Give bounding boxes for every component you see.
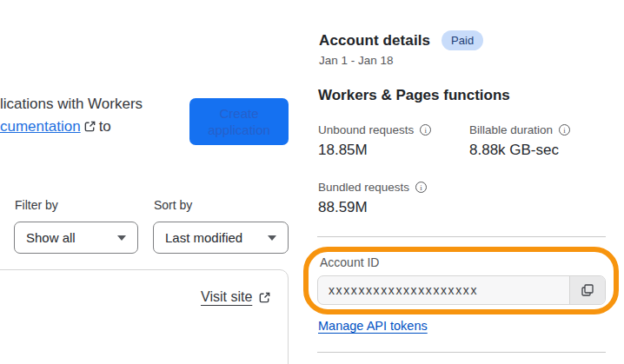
metric-value: 18.85M: [318, 142, 431, 159]
divider: [317, 352, 606, 353]
functions-section-title: Workers & Pages functions: [318, 87, 510, 104]
copy-icon: [581, 283, 594, 297]
external-link-icon: [83, 117, 96, 140]
account-details-title: Account details: [319, 32, 430, 50]
info-icon[interactable]: i: [415, 182, 427, 193]
workers-dashboard-screen: lications with Workers cumentationto Cre…: [0, 0, 624, 364]
manage-api-tokens-link[interactable]: Manage API tokens: [318, 319, 428, 333]
intro-after-link: to: [99, 118, 111, 135]
filter-select[interactable]: Show all: [14, 222, 138, 254]
intro-line1: lications with Workers: [0, 96, 143, 112]
chevron-down-icon: [268, 235, 276, 241]
divider: [317, 236, 606, 237]
account-id-input[interactable]: [318, 276, 569, 304]
visit-site-link[interactable]: Visit site: [201, 289, 271, 305]
copy-button[interactable]: [569, 276, 605, 304]
project-card: Visit site: [0, 269, 289, 364]
metric-value: 8.88k GB-sec: [469, 142, 570, 159]
create-application-button[interactable]: Create application: [189, 98, 289, 145]
paid-plan-badge: Paid: [441, 30, 483, 50]
info-icon[interactable]: i: [559, 124, 570, 136]
intro-text: lications with Workers cumentationto: [0, 93, 187, 140]
info-icon[interactable]: i: [420, 124, 431, 136]
sort-select-value: Last modified: [165, 230, 242, 245]
metric-unbound-requests: Unbound requestsi 18.85M: [318, 123, 431, 159]
filter-by-label: Filter by: [15, 198, 58, 212]
metric-bundled-requests: Bundled requestsi 88.59M: [318, 181, 427, 216]
visit-site-label: Visit site: [201, 289, 252, 305]
account-id-field-group: [317, 275, 606, 305]
external-link-icon: [258, 291, 271, 304]
account-id-label: Account ID: [320, 255, 379, 269]
sort-by-label: Sort by: [154, 198, 192, 212]
chevron-down-icon: [117, 235, 126, 241]
sort-select[interactable]: Last modified: [153, 222, 289, 254]
filter-select-value: Show all: [26, 230, 76, 245]
date-range: Jan 1 - Jan 18: [319, 54, 394, 67]
metric-billable-duration: Billable durationi 8.88k GB-sec: [469, 123, 570, 159]
documentation-link[interactable]: cumentation: [0, 118, 81, 135]
account-details-panel: Account details Paid Jan 1 - Jan 18 Work…: [317, 0, 624, 364]
metric-value: 88.59M: [318, 199, 427, 216]
